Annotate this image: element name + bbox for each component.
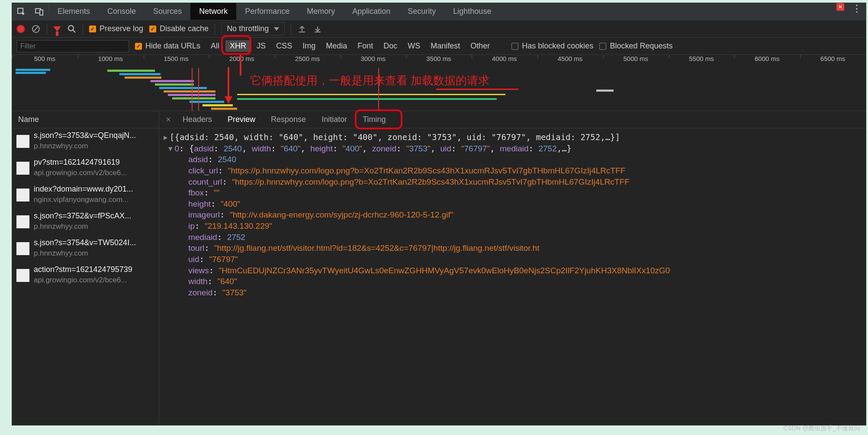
svg-line-4 [33,26,39,32]
inspect-icon[interactable] [12,3,30,20]
blocked-cookies-checkbox[interactable]: Has blocked cookies [511,42,593,51]
filter-type-doc[interactable]: Doc [379,40,402,52]
svg-point-5 [68,26,74,31]
filter-type-js[interactable]: JS [252,40,270,52]
request-thumb [16,215,29,228]
hide-data-urls-label: Hide data URLs [145,42,200,51]
request-name: index?domain=www.dy201... [34,185,133,194]
request-thumb [16,162,29,175]
throttling-select[interactable]: No throttling [221,22,285,35]
ruler-mark: 5000 ms [603,55,669,66]
svg-rect-2 [40,10,43,15]
filter-type-other[interactable]: Other [466,40,494,52]
detail-tab-response[interactable]: Response [263,112,314,128]
request-details: × HeadersPreviewResponseInitiatorTiming … [159,111,866,425]
annotation-text: 它俩搭配使用，一般是用来查看 加载数据的请求 [250,73,489,88]
filter-type-media[interactable]: Media [321,40,351,52]
detail-tab-preview[interactable]: Preview [220,112,263,128]
tab-memory[interactable]: Memory [298,3,344,20]
filter-icon[interactable] [53,26,61,32]
request-thumb [16,135,29,148]
disable-cache-checkbox[interactable]: ✓Disable cache [149,24,209,33]
tab-security[interactable]: Security [399,3,444,20]
request-thumb [16,189,29,202]
tab-elements[interactable]: Elements [49,3,99,20]
watermark: CSDN @爬虫选手_不懂就问 [783,425,860,432]
ruler-mark: 5500 ms [669,55,735,66]
timeline-overview[interactable]: 500 ms1000 ms1500 ms2000 ms2500 ms3000 m… [12,55,866,111]
ruler-mark: 3500 ms [406,55,472,66]
preserve-log-checkbox[interactable]: ✓Preserve log [89,24,143,33]
request-name: s.json?s=3753&v=QEnqajN... [34,131,136,140]
request-row[interactable]: s.json?s=3752&v=fPScAX...p.hnnzwhyy.com [12,209,159,236]
ruler-mark: 1500 ms [144,55,209,66]
request-row[interactable]: s.json?s=3754&v=TW5024I...p.hnnzwhyy.com [12,236,159,262]
ruler-mark: 500 ms [12,55,78,66]
request-row[interactable]: index?domain=www.dy201...nginx.vipfanyon… [12,182,159,209]
tab-network[interactable]: Network [190,3,236,20]
detail-tab-timing[interactable]: Timing [355,112,393,128]
filter-type-xhr[interactable]: XHR [225,40,251,52]
preview-pane[interactable]: ▸[{adsid: 2540, width: "640", height: "4… [159,128,866,425]
filter-type-css[interactable]: CSS [272,40,296,52]
annotation-underline [436,89,518,90]
request-thumb [16,269,29,282]
request-name: s.json?s=3754&v=TW5024I... [34,238,136,247]
upload-icon[interactable] [297,24,307,34]
request-host: p.hnnzwhyy.com [34,249,136,258]
tab-sources[interactable]: Sources [145,3,190,20]
ruler-mark: 4500 ms [537,55,603,66]
tab-lighthouse[interactable]: Lighthouse [444,3,500,20]
filter-bar: ✓Hide data URLs AllXHRJSCSSImgMediaFontD… [12,38,866,55]
request-list: Name s.json?s=3753&v=QEnqajN...p.hnnzwhy… [12,111,159,425]
tab-application[interactable]: Application [344,3,399,20]
detail-tab-headers[interactable]: Headers [175,112,220,128]
blocked-requests-label: Blocked Requests [610,42,672,51]
close-icon[interactable]: ✕ [836,3,844,11]
svg-line-6 [73,30,75,32]
annotation-arrow-down [220,64,237,107]
filter-type-font[interactable]: Font [353,40,377,52]
close-details-icon[interactable]: × [162,115,175,125]
column-name-header[interactable]: Name [12,111,159,128]
request-name: pv?stm=1621424791619 [34,158,127,167]
filter-type-img[interactable]: Img [298,40,320,52]
request-host: p.hnnzwhyy.com [34,222,131,231]
search-icon[interactable] [67,24,77,34]
detail-tab-initiator[interactable]: Initiator [314,112,355,128]
request-row[interactable]: s.json?s=3753&v=QEnqajN...p.hnnzwhyy.com [12,128,159,155]
tab-console[interactable]: Console [99,3,145,20]
clear-icon[interactable] [31,24,41,34]
filter-type-manifest[interactable]: Manifest [426,40,464,52]
filter-type-all[interactable]: All [206,40,224,52]
tab-performance[interactable]: Performance [236,3,298,20]
preserve-log-label: Preserve log [100,24,143,33]
request-host: nginx.vipfanyongwang.com... [34,195,133,204]
ruler-mark: 3000 ms [341,55,406,66]
ruler-mark: 4000 ms [472,55,537,66]
request-host: p.hnnzwhyy.com [34,142,136,150]
blocked-requests-checkbox[interactable]: Blocked Requests [599,42,672,51]
ruler-mark: 2500 ms [275,55,341,66]
request-host: api.growingio.com/v2/bce6... [34,276,132,285]
blocked-cookies-label: Has blocked cookies [522,42,593,51]
download-icon[interactable] [313,24,322,34]
hide-data-urls-checkbox[interactable]: ✓Hide data URLs [135,42,200,51]
request-thumb [16,242,29,255]
record-icon[interactable] [16,25,25,33]
request-row[interactable]: action?stm=1621424795739api.growingio.co… [12,262,159,289]
ruler-mark: 6500 ms [800,55,866,66]
detail-tabs: × HeadersPreviewResponseInitiatorTiming [159,111,866,128]
request-row[interactable]: pv?stm=1621424791619api.growingio.com/v2… [12,155,159,182]
device-toggle-icon[interactable] [30,3,48,20]
more-icon[interactable]: ⋮ [848,3,866,20]
filter-type-ws[interactable]: WS [403,40,424,52]
svg-marker-12 [225,96,232,103]
ruler-mark: 6000 ms [734,55,800,66]
ruler-mark: 1000 ms [78,55,144,66]
network-toolbar: ✓Preserve log ✓Disable cache No throttli… [12,20,866,38]
filter-input[interactable] [16,40,129,52]
request-name: s.json?s=3752&v=fPScAX... [34,211,131,221]
throttling-label: No throttling [227,24,269,33]
chevron-down-icon [274,27,279,31]
